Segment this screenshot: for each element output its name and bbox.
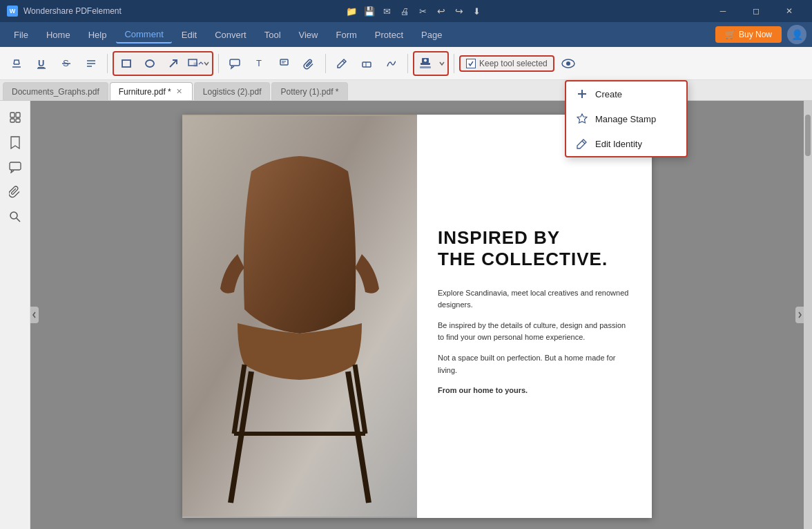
svg-point-10 xyxy=(146,60,154,67)
separator-4 xyxy=(407,54,408,73)
scissors-icon[interactable]: ✂ xyxy=(416,4,430,18)
sidebar-bookmark-icon[interactable] xyxy=(4,131,26,153)
redo-icon[interactable]: ↪ xyxy=(452,4,466,18)
buy-now-button[interactable]: 🛒 Buy Now xyxy=(715,26,782,43)
pdf-para3: Not a space built on perfection. But a h… xyxy=(438,352,631,376)
sidebar-collapse-handle[interactable] xyxy=(30,307,39,323)
undo-icon[interactable]: ↩ xyxy=(434,4,448,18)
speech-bubble-button[interactable] xyxy=(224,52,246,75)
pencil-button[interactable] xyxy=(331,52,353,75)
svg-rect-16 xyxy=(280,59,288,65)
toolbar: U S T xyxy=(0,47,812,80)
menu-protect[interactable]: Protect xyxy=(367,27,412,43)
shape-more-button[interactable] xyxy=(186,52,211,75)
signature-button[interactable] xyxy=(380,52,403,75)
tab-close-furniture[interactable]: ✕ xyxy=(175,86,184,97)
svg-rect-29 xyxy=(16,113,20,117)
svg-point-25 xyxy=(424,59,427,61)
close-button[interactable]: ✕ xyxy=(773,0,805,22)
menu-form[interactable]: Form xyxy=(328,27,365,43)
svg-line-43 xyxy=(582,141,585,144)
stamp-dropdown-menu: Create Manage Stamp Edit Identity xyxy=(565,80,688,157)
tab-logistics[interactable]: Logistics (2).pdf xyxy=(194,82,271,100)
sidebar-attachment-icon[interactable] xyxy=(4,181,26,203)
text-box-button[interactable]: T xyxy=(249,52,271,75)
underline-button[interactable]: U xyxy=(30,52,52,75)
separator-3 xyxy=(325,54,326,73)
menu-tool[interactable]: Tool xyxy=(256,27,289,43)
print-icon[interactable]: 🖨 xyxy=(398,4,412,18)
pdf-para2: Be inspired by the details of culture, d… xyxy=(438,320,631,344)
edit-identity-icon xyxy=(576,137,588,150)
menu-comment[interactable]: Comment xyxy=(116,26,171,44)
scroll-thumb[interactable] xyxy=(805,115,811,156)
preview-button[interactable] xyxy=(557,52,579,75)
menu-help[interactable]: Help xyxy=(80,27,115,43)
svg-rect-30 xyxy=(10,119,14,122)
strikethrough-button[interactable]: S xyxy=(55,52,77,75)
right-panel-collapse-handle[interactable] xyxy=(795,307,804,323)
sidebar-search-icon[interactable] xyxy=(4,206,26,228)
create-stamp-item[interactable]: Create xyxy=(566,81,686,106)
window-controls: ─ ◻ ✕ xyxy=(707,0,805,22)
sidebar-comment-icon[interactable] xyxy=(4,156,26,178)
pdf-image-column xyxy=(182,115,417,518)
menu-file[interactable]: File xyxy=(6,27,37,43)
pdf-page: INSPIRED BY THE COLLECTIVE. Explore Scan… xyxy=(182,115,652,518)
tab-pottery[interactable]: Pottery (1).pdf * xyxy=(271,82,347,100)
manage-stamp-label: Manage Stamp xyxy=(595,114,656,124)
pdf-heading: INSPIRED BY THE COLLECTIVE. xyxy=(438,227,631,270)
rectangle-button[interactable] xyxy=(115,52,137,75)
folder-icon[interactable]: 📁 xyxy=(345,4,358,18)
tabs-bar: Documents_Graphs.pdf Furniture.pdf * ✕ L… xyxy=(0,80,812,101)
tab-documents-graphs[interactable]: Documents_Graphs.pdf xyxy=(3,82,108,100)
stamp-dropdown-arrow[interactable] xyxy=(436,52,447,75)
svg-text:U: U xyxy=(38,58,44,68)
stamp-button[interactable] xyxy=(414,52,436,75)
tab-label: Documents_Graphs.pdf xyxy=(12,87,99,97)
titlebar-left: W Wondershare PDFelement xyxy=(7,6,122,17)
pdf-para4: From our home to yours. xyxy=(438,385,631,397)
menu-convert[interactable]: Convert xyxy=(206,27,255,43)
menu-page[interactable]: Page xyxy=(413,27,450,43)
menubar-right: 🛒 Buy Now 👤 xyxy=(715,25,806,44)
menu-home[interactable]: Home xyxy=(38,27,79,43)
eraser-button[interactable] xyxy=(356,52,378,75)
scrollbar[interactable] xyxy=(804,101,812,529)
pdf-para1: Explore Scandinavia, meet local creative… xyxy=(438,287,631,311)
svg-line-11 xyxy=(170,60,177,67)
edit-identity-item[interactable]: Edit Identity xyxy=(566,131,686,156)
shape-button-group xyxy=(113,51,213,76)
app-title: Wondershare PDFelement xyxy=(23,6,122,16)
text-comment-button[interactable] xyxy=(80,52,102,75)
highlight-button[interactable] xyxy=(6,52,28,75)
menu-bar: File Home Help Comment Edit Convert Tool… xyxy=(0,22,812,47)
menu-items: File Home Help Comment Edit Convert Tool… xyxy=(6,26,450,44)
tab-furniture[interactable]: Furniture.pdf * ✕ xyxy=(110,82,193,100)
save-icon[interactable]: 💾 xyxy=(362,4,376,18)
menu-view[interactable]: View xyxy=(291,27,327,43)
manage-stamp-item[interactable]: Manage Stamp xyxy=(566,106,686,131)
arrow-button[interactable] xyxy=(162,52,184,75)
svg-line-34 xyxy=(17,218,20,222)
keep-tool-checkbox[interactable] xyxy=(466,59,476,68)
svg-rect-32 xyxy=(10,162,21,170)
titlebar-icons: 📁 💾 ✉ 🖨 ✂ ↩ ↪ ⬇ xyxy=(345,4,484,18)
user-avatar[interactable]: 👤 xyxy=(787,25,806,44)
menu-edit[interactable]: Edit xyxy=(173,27,205,43)
restore-button[interactable]: ◻ xyxy=(740,0,772,22)
minimize-button[interactable]: ─ xyxy=(707,0,739,22)
callout-button[interactable] xyxy=(273,52,296,75)
buy-now-label: Buy Now xyxy=(739,30,772,39)
attachment-button[interactable] xyxy=(298,52,320,75)
mail-icon[interactable]: ✉ xyxy=(380,4,394,18)
sidebar-pages-icon[interactable] xyxy=(4,106,26,128)
pdf-viewer[interactable]: INSPIRED BY THE COLLECTIVE. Explore Scan… xyxy=(30,101,804,529)
chair-background xyxy=(182,115,417,518)
pdf-body-text: Explore Scandinavia, meet local creative… xyxy=(438,287,631,405)
svg-rect-28 xyxy=(10,113,14,117)
pdf-text-column: INSPIRED BY THE COLLECTIVE. Explore Scan… xyxy=(417,115,652,518)
ellipse-button[interactable] xyxy=(139,52,161,75)
more-icon[interactable]: ⬇ xyxy=(470,4,484,18)
separator-1 xyxy=(107,54,108,73)
